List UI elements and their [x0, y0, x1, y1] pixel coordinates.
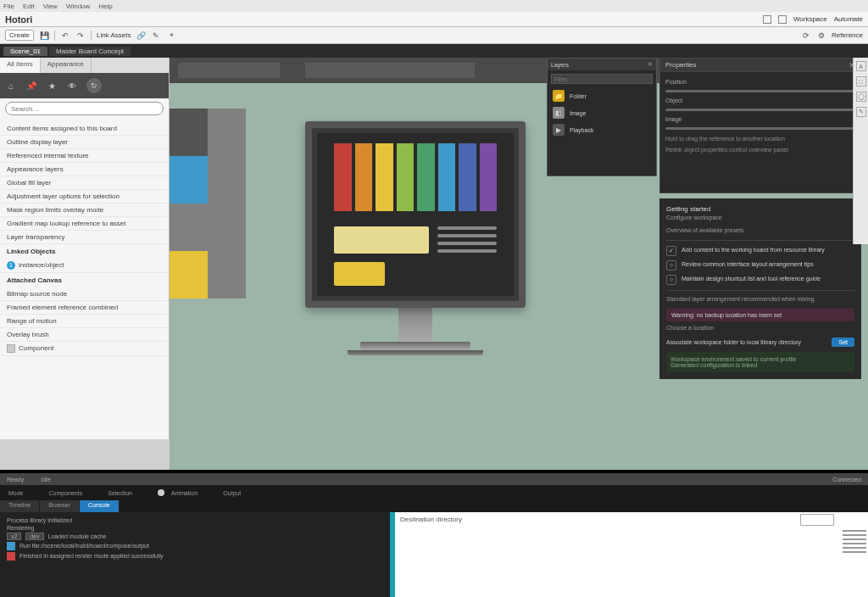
- panel-tabs: All Items Appearance: [0, 58, 169, 73]
- swatch[interactable]: [170, 156, 208, 204]
- close-icon[interactable]: ✕: [648, 61, 653, 68]
- swatch[interactable]: [208, 204, 246, 251]
- tab-scene[interactable]: Scene_01: [3, 47, 47, 56]
- slider[interactable]: [665, 90, 855, 92]
- list-item[interactable]: Overlay brush: [0, 328, 169, 342]
- task-item[interactable]: ○Review common interface layout arrangem…: [666, 260, 854, 271]
- properties-panel: Properties✕ Position Object Image Hold t…: [659, 58, 861, 193]
- list-item[interactable]: Mask region limits overlay mode: [0, 204, 169, 217]
- star-icon[interactable]: ★: [46, 80, 58, 92]
- layer-item[interactable]: ◧Image: [551, 104, 653, 121]
- list-item[interactable]: Outline display layer: [0, 136, 169, 149]
- menu-help[interactable]: Help: [98, 3, 112, 10]
- output-label[interactable]: Output: [223, 490, 241, 496]
- list-item[interactable]: Bitmap source node: [0, 287, 169, 301]
- tab-timeline[interactable]: Timeline: [0, 500, 40, 512]
- layer-item[interactable]: 📁Folder: [551, 87, 653, 104]
- checkbox-icon[interactable]: ○: [666, 260, 676, 271]
- list-item[interactable]: Content items assigned to this board: [0, 122, 169, 136]
- tasks-panel: Getting started Configure workspace Over…: [659, 198, 861, 379]
- menu-window[interactable]: Window: [66, 3, 90, 10]
- menu-file[interactable]: File: [3, 3, 14, 10]
- swatch[interactable]: [208, 156, 246, 204]
- mode-label[interactable]: Mode: [8, 490, 24, 496]
- workspace: All Items Appearance ⌂ 📌 ★ 👁 ↻ Content i…: [0, 58, 868, 597]
- separator: [54, 31, 55, 41]
- list-item[interactable]: Gradient map lookup reference to asset: [0, 217, 169, 231]
- cta-hint: Associate workspace folder to local libr…: [666, 339, 801, 345]
- browser-pane[interactable]: Destination directory: [390, 512, 868, 597]
- list-item[interactable]: 1instance/object: [0, 259, 169, 273]
- list-item[interactable]: Adjustment layer options for selection: [0, 190, 169, 204]
- create-button[interactable]: Create: [5, 30, 34, 41]
- slider[interactable]: [665, 109, 855, 111]
- cta-text: Choose a location: [666, 325, 854, 331]
- swatch[interactable]: [170, 204, 208, 251]
- automate-link[interactable]: Automate: [834, 15, 863, 24]
- list-item[interactable]: Referenced internal texture: [0, 149, 169, 163]
- checkbox-icon[interactable]: ○: [666, 275, 676, 285]
- task-item[interactable]: ✓Add content to the working board from r…: [666, 246, 854, 256]
- document-tabs: Scene_01 Master Board Concept: [0, 44, 868, 58]
- rainbow-swatch: [397, 143, 415, 211]
- selection-label[interactable]: Selection: [108, 490, 132, 496]
- panel-tab-appearance[interactable]: Appearance: [41, 58, 92, 73]
- swatch[interactable]: [208, 109, 246, 156]
- properties-title: Properties: [665, 61, 696, 69]
- pin-icon[interactable]: 📌: [25, 80, 37, 92]
- eye-icon[interactable]: 👁: [66, 80, 78, 92]
- workspace-link[interactable]: Workspace: [793, 15, 827, 24]
- tab-browser[interactable]: Browser: [40, 500, 80, 512]
- task-item[interactable]: ○Maintain design shortcut list and tool …: [666, 275, 854, 285]
- link-icon[interactable]: 🔗: [136, 31, 146, 41]
- swatch[interactable]: [170, 251, 208, 298]
- menu-view[interactable]: View: [43, 3, 58, 10]
- tool-icon[interactable]: ✎: [856, 107, 866, 117]
- layout-icon[interactable]: [763, 15, 771, 24]
- task-group-sub: Configure workspace: [666, 215, 854, 220]
- tab-console[interactable]: Console: [80, 500, 120, 512]
- path-input[interactable]: [800, 514, 834, 526]
- refresh-icon[interactable]: ⟳: [801, 31, 811, 41]
- tool-icon[interactable]: □: [856, 76, 866, 86]
- save-icon[interactable]: 💾: [39, 31, 49, 41]
- brush-icon[interactable]: ✎: [151, 31, 161, 41]
- tool-icon[interactable]: A: [856, 61, 866, 71]
- app-title: Hotori: [5, 14, 32, 25]
- refresh-circle-icon[interactable]: ↻: [86, 78, 102, 93]
- undo-icon[interactable]: ↶: [60, 31, 70, 41]
- list-item[interactable]: Range of motion: [0, 315, 169, 328]
- record-icon[interactable]: [158, 489, 164, 496]
- layers-filter-input[interactable]: [551, 74, 653, 84]
- layer-item[interactable]: ▶Playback: [551, 121, 653, 138]
- eyedropper-icon[interactable]: ⌖: [166, 31, 176, 41]
- task-hint: Standard layer arrangement recommended w…: [666, 296, 854, 302]
- slider[interactable]: [665, 127, 855, 130]
- redo-icon[interactable]: ↷: [75, 31, 86, 41]
- list-item[interactable]: Component: [0, 342, 169, 356]
- gear-icon[interactable]: ⚙: [816, 31, 826, 41]
- animation-label[interactable]: Animation: [171, 490, 198, 496]
- list-item[interactable]: Framed element reference combined: [0, 301, 169, 315]
- tab-master[interactable]: Master Board Concept: [49, 47, 131, 56]
- swatch[interactable]: [208, 251, 246, 298]
- list-item[interactable]: Global fill layer: [0, 176, 169, 190]
- sidebar-search-input[interactable]: [5, 102, 164, 115]
- grid-icon[interactable]: [778, 15, 787, 24]
- task-footer: Workspace environment saved to current p…: [666, 352, 854, 372]
- menu-edit[interactable]: Edit: [23, 3, 35, 10]
- status-right: Connected: [832, 477, 861, 483]
- layers-panel[interactable]: Layers ✕ 📁Folder ◧Image ▶Playback: [547, 58, 657, 176]
- swatch-grid: [170, 109, 246, 298]
- list-item[interactable]: Layer transparency: [0, 231, 169, 244]
- set-button[interactable]: Set: [832, 338, 854, 347]
- checkbox-icon[interactable]: ✓: [666, 246, 676, 256]
- reference-label: Reference: [832, 31, 863, 39]
- prop-label: Object: [665, 98, 855, 103]
- panel-tab-items[interactable]: All Items: [0, 58, 41, 73]
- swatch[interactable]: [170, 109, 208, 156]
- list-item[interactable]: Appearance layers: [0, 163, 169, 176]
- home-icon[interactable]: ⌂: [5, 80, 17, 92]
- tool-icon[interactable]: ◯: [856, 92, 866, 102]
- components-label[interactable]: Components: [49, 490, 83, 496]
